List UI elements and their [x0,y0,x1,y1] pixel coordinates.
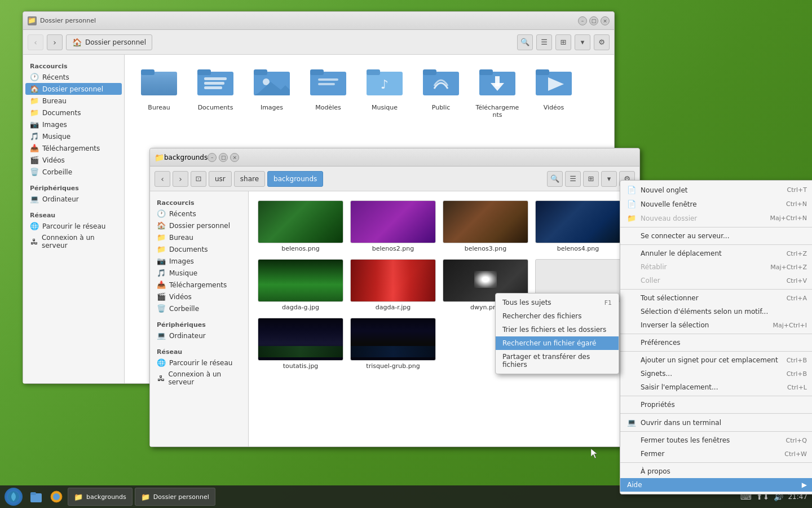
sidebar-item-corbeille[interactable]: 🗑️ Corbeille [23,166,124,178]
documents-folder-icon [197,66,233,102]
menu-inverser[interactable]: Inverser la sélection Maj+Ctrl+I [620,318,812,332]
file-musique[interactable]: ♪ Musique [359,64,410,121]
forward-btn-1[interactable]: › [47,34,63,50]
taskbar-icon-files[interactable] [27,488,45,506]
window-title-1: Dossier personnel [40,17,578,24]
menu-annuler-deplacement[interactable]: Annuler le déplacement Ctrl+Z [620,247,812,260]
sidebar-item-images[interactable]: 📷 Images [23,119,124,130]
menu-nouveau-dossier[interactable]: 📁 Nouveau dossier Maj+Ctrl+N [620,211,812,225]
breadcrumb-usr[interactable]: usr [209,171,232,187]
sidebar-item-videos[interactable]: 🎬 Vidéos [23,154,124,166]
sidebar-item-documents[interactable]: 📁 Documents [23,107,124,119]
sidebar2-item-musique[interactable]: 🎵 Musique [150,267,248,279]
thumb-trisquel[interactable]: trisquel-grub.png [350,318,436,370]
menu-coller[interactable]: Coller Ctrl+V [620,274,812,287]
minimize-btn-2[interactable]: – [208,153,217,162]
sidebar-item-bureau[interactable]: 📁 Bureau [23,95,124,107]
settings-btn-1[interactable]: ⚙ [594,34,610,50]
sidebar2-item-recents[interactable]: 🕐 Récents [150,208,248,220]
menu-retablir[interactable]: Rétablir Maj+Ctrl+Z [620,260,812,274]
help-rechercher-fichiers[interactable]: Rechercher des fichiers [496,309,619,323]
menu-a-propos[interactable]: À propos [620,465,812,478]
help-rechercher-egare[interactable]: Rechercher un fichier égaré [496,336,619,350]
thumb-dagdar[interactable]: dagda-r.jpg [350,259,436,311]
maximize-btn-2[interactable]: □ [219,153,228,162]
menu-preferences[interactable]: Préférences [620,336,812,349]
sidebar2-item-documents[interactable]: 📁 Documents [150,243,248,255]
sidebar-item-serveur[interactable]: 🖧 Connexion à un serveur [23,232,124,251]
minimize-btn-1[interactable]: – [578,16,587,25]
help-tous-sujets[interactable]: Tous les sujets F1 [496,296,619,309]
grid-view-btn-2[interactable]: ⊞ [583,171,599,187]
menu-saisir-emplacement[interactable]: Saisir l'emplacement... Ctrl+L [620,380,812,394]
sidebar2-item-home[interactable]: 🏠 Dossier personnel [150,220,248,231]
menu-nouvel-onglet[interactable]: 📄 Nouvel onglet Ctrl+T [620,183,812,197]
list-view-btn-2[interactable]: ☰ [565,171,581,187]
menu-terminal[interactable]: 💻 Ouvrir dans un terminal [620,415,812,430]
taskbar-btn-backgrounds[interactable]: 📁 backgrounds [68,488,133,506]
file-telechargements[interactable]: Téléchargements [472,64,523,121]
search-btn-1[interactable]: 🔍 [517,34,533,50]
sidebar-item-musique[interactable]: 🎵 Musique [23,130,124,142]
sidebar2-item-bureau[interactable]: 📁 Bureau [150,231,248,243]
sidebar2-item-telechargements[interactable]: 📥 Téléchargements [150,279,248,291]
sidebar-item-reseau[interactable]: 🌐 Parcourir le réseau [23,220,124,232]
taskbar-icon-browser[interactable] [47,488,65,506]
sidebar2-item-videos[interactable]: 🎬 Vidéos [150,291,248,303]
menu-nouvelle-fenetre[interactable]: 📄 Nouvelle fenêtre Ctrl+N [620,197,812,211]
menu-signet-emplacement[interactable]: Ajouter un signet pour cet emplacement C… [620,353,812,367]
thumb-belenos2[interactable]: belenos2.png [350,200,436,252]
sidebar2-item-ordinateur[interactable]: 💻 Ordinateur [150,330,248,341]
sort-btn-1[interactable]: ▾ [575,34,590,50]
sidebar-item-home[interactable]: 🏠 Dossier personnel [25,83,122,95]
menu-connecter-serveur[interactable]: Se connecter au serveur... [620,229,812,243]
sidebar-item-recents[interactable]: 🕐 Récents [23,71,124,83]
help-trier[interactable]: Trier les fichiers et les dossiers [496,323,619,336]
grid-view-btn-1[interactable]: ⊞ [555,34,571,50]
close-btn-2[interactable]: × [230,153,239,162]
search-btn-2[interactable]: 🔍 [547,171,563,187]
svg-rect-2 [141,69,155,75]
taskbar-btn-dossier[interactable]: 📁 Dossier personnel [135,488,215,506]
sidebar2-item-images[interactable]: 📷 Images [150,255,248,267]
back-btn-2[interactable]: ‹ [155,171,170,187]
help-partager[interactable]: Partager et transférer des fichiers [496,350,619,371]
thumb-belenos3[interactable]: belenos3.png [443,200,528,252]
list-view-btn-1[interactable]: ☰ [536,34,552,50]
home-btn-2[interactable]: ⊡ [191,171,206,187]
menu-shortcut-saisir: Ctrl+L [787,384,807,391]
close-btn-1[interactable]: × [601,16,610,25]
file-videos[interactable]: Vidéos [528,64,579,121]
maximize-btn-1[interactable]: □ [589,16,598,25]
sidebar-item-ordinateur[interactable]: 💻 Ordinateur [23,193,124,205]
taskbar-logo[interactable] [5,488,23,506]
menu-selection-motif[interactable]: Sélection d'éléments selon un motif... [620,305,812,318]
file-images[interactable]: Images [246,64,297,121]
file-modeles[interactable]: Modèles [303,64,354,121]
file-bureau[interactable]: Bureau [134,64,184,121]
menu-fermer-toutes[interactable]: Fermer toutes les fenêtres Ctrl+Q [620,433,812,447]
thumb-belenos[interactable]: belenos.png [258,200,343,252]
taskbar-label-dossier: Dossier personnel [153,493,209,501]
sort-btn-2[interactable]: ▾ [601,171,617,187]
menu-signets[interactable]: Signets... Ctrl+B [620,367,812,380]
forward-btn-2[interactable]: › [173,171,188,187]
back-btn-1[interactable]: ‹ [28,34,43,50]
sidebar2-item-serveur[interactable]: 🖧 Connexion à un serveur [150,369,248,388]
location-btn-1[interactable]: 🏠 Dossier personnel [66,34,152,50]
menu-proprietes[interactable]: Propriétés [620,398,812,411]
taskbar-icon-dossier: 📁 [141,493,150,501]
thumb-belenos4[interactable]: belenos4.png [535,200,621,252]
menu-tout-selectionner[interactable]: Tout sélectionner Ctrl+A [620,291,812,305]
breadcrumb-backgrounds[interactable]: backgrounds [267,171,323,187]
file-documents[interactable]: Documents [190,64,241,121]
sidebar2-item-reseau[interactable]: 🌐 Parcourir le réseau [150,357,248,369]
breadcrumb-share[interactable]: share [234,171,265,187]
thumb-toutatis[interactable]: toutatis.jpg [258,318,343,370]
menu-fermer[interactable]: Fermer Ctrl+W [620,447,812,461]
sidebar-item-telechargements[interactable]: 📥 Téléchargements [23,142,124,154]
thumb-dagdag[interactable]: dagda-g.jpg [258,259,343,311]
sidebar2-item-corbeille[interactable]: 🗑️ Corbeille [150,303,248,314]
menu-aide[interactable]: Aide ▶ [620,478,812,492]
file-public[interactable]: Public [416,64,466,121]
